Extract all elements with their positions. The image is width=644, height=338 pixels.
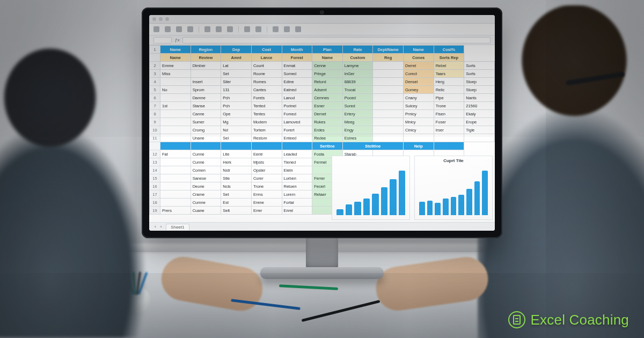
monitor-stand — [306, 236, 338, 271]
brand-watermark: Excel Coaching — [508, 311, 629, 328]
screen: ƒx 1NameRegionDepCostMonthPlanRateDept/N… — [149, 15, 495, 231]
chart-bar — [346, 204, 353, 215]
chart-1[interactable] — [332, 156, 410, 220]
fx-icon: ƒx — [175, 38, 179, 42]
brand-logo-icon — [508, 311, 525, 328]
chart-area: Cuprt Tite — [332, 156, 493, 220]
chart-bar — [354, 202, 361, 215]
nav-prev-icon[interactable]: ‹ — [155, 224, 156, 229]
toolbar-icon[interactable] — [284, 26, 290, 32]
formula-bar[interactable]: ƒx — [149, 35, 495, 45]
chart-bar — [399, 171, 406, 215]
toolbar-icon[interactable] — [244, 26, 250, 32]
glasses-icon — [566, 71, 625, 85]
toolbar-icon[interactable] — [204, 26, 210, 32]
formula-input[interactable] — [182, 37, 491, 43]
toolbar-icon[interactable] — [227, 26, 233, 32]
chart-2[interactable]: Cuprt Tite — [414, 156, 493, 220]
chart-bar — [336, 209, 343, 215]
toolbar-icon[interactable] — [216, 26, 222, 32]
worksheet[interactable]: 1NameRegionDepCostMonthPlanRateDept/Name… — [149, 45, 495, 222]
chart-bar — [381, 187, 388, 215]
chart-bar — [466, 189, 472, 216]
toolbar-icon[interactable] — [295, 26, 301, 32]
toolbar-icon[interactable] — [176, 26, 182, 32]
toolbar-icon[interactable] — [187, 26, 193, 32]
chart-title: Cuprt Tite — [418, 158, 489, 163]
chart-bar — [435, 203, 441, 215]
pen-cup — [119, 274, 158, 312]
sheet-tab[interactable]: Sheet1 — [166, 224, 189, 230]
chart-bar — [482, 171, 488, 215]
chart-bar — [458, 195, 464, 215]
webcam-icon — [320, 10, 324, 14]
monitor-base — [260, 267, 384, 279]
toolbar-icon[interactable] — [153, 26, 159, 32]
name-box[interactable] — [153, 37, 172, 43]
toolbar-icon[interactable] — [165, 26, 171, 32]
sheet-tab-bar[interactable]: ‹ › Sheet1 — [149, 222, 495, 231]
plant-decor — [12, 201, 114, 319]
brand-label: Excel Coaching — [531, 312, 629, 328]
chart-bar — [427, 201, 433, 215]
window-titlebar — [149, 15, 495, 24]
chart-bar — [363, 199, 370, 216]
chart-bar — [474, 181, 480, 215]
nav-next-icon[interactable]: › — [160, 224, 162, 229]
chart-bar — [372, 194, 379, 215]
toolbar-icon[interactable] — [273, 26, 279, 32]
chart-bar — [443, 199, 449, 215]
toolbar-icon[interactable] — [255, 26, 261, 32]
chart-bar — [451, 197, 457, 215]
chart-bar — [390, 179, 397, 215]
toolbar[interactable] — [149, 24, 495, 35]
monitor: ƒx 1NameRegionDepCostMonthPlanRateDept/N… — [142, 8, 502, 238]
chart-bar — [419, 202, 425, 215]
